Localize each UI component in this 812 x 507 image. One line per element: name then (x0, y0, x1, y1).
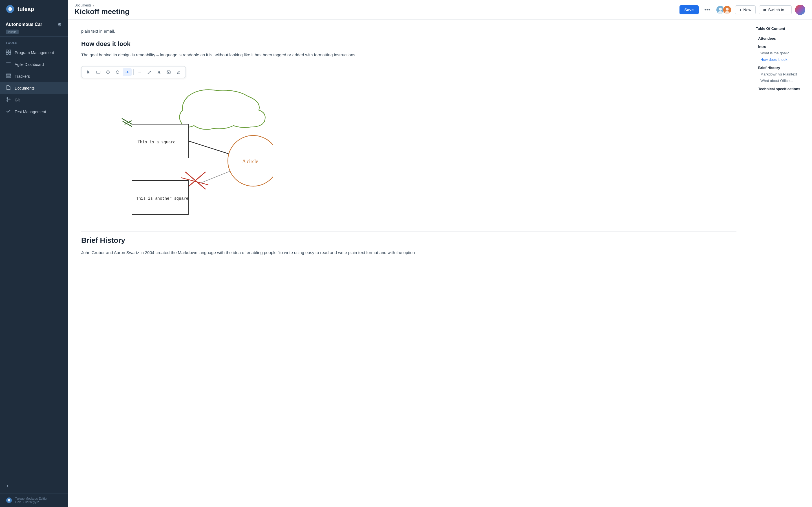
svg-text:This is another square: This is another square (136, 196, 188, 201)
logo-area: tuleap (0, 0, 68, 18)
brief-history-text: John Gruber and Aaron Swartz in 2004 cre… (81, 249, 737, 256)
toc-title: Table Of Content (756, 26, 806, 31)
drawing-canvas[interactable]: This is a square A circle This is anothe… (81, 85, 273, 220)
brief-history-heading: Brief History (81, 231, 737, 245)
svg-point-19 (726, 8, 729, 11)
project-settings-button[interactable]: ⚙ (57, 21, 62, 28)
topbar: Documents ▾ Kickoff meeting Save ••• + N… (68, 0, 812, 20)
sidebar-item-label: Git (15, 98, 20, 102)
sidebar-item-label: Program Management (15, 50, 54, 55)
new-button[interactable]: + New (735, 5, 755, 14)
sidebar-item-label: Agile Dashboard (15, 62, 44, 67)
drawing-toolbar: A (81, 66, 186, 78)
sidebar-item-git[interactable]: Git (0, 94, 68, 106)
svg-text:A circle: A circle (242, 159, 258, 164)
eraser-tool-button[interactable] (174, 68, 183, 76)
pencil-tool-button[interactable] (145, 68, 154, 76)
sidebar-item-agile-dashboard[interactable]: Agile Dashboard (0, 59, 68, 70)
test-management-icon (6, 109, 11, 115)
breadcrumb: Documents ▾ (74, 3, 675, 7)
sidebar-collapse-area: ‹ (0, 478, 68, 493)
svg-rect-10 (6, 76, 11, 77)
program-management-icon (6, 50, 11, 56)
how-does-it-look-text: The goal behind its design is readabilit… (81, 52, 737, 58)
table-of-contents: Table Of Content Attendees Intro What is… (750, 20, 812, 507)
line-tool-button[interactable] (135, 68, 144, 76)
sidebar-item-program-management[interactable]: Program Management (0, 47, 68, 59)
toc-item-attendees[interactable]: Attendees (756, 35, 806, 42)
content-area: plain text in email. How does it look Th… (68, 20, 812, 507)
document-content: plain text in email. How does it look Th… (68, 20, 750, 507)
user-avatar[interactable] (795, 5, 805, 15)
image-tool-button[interactable] (164, 68, 173, 76)
how-does-it-look-heading: How does it look (81, 40, 737, 48)
diamond-tool-button[interactable] (103, 68, 112, 76)
svg-rect-6 (6, 64, 11, 64)
toc-item-how-does-look[interactable]: How does it look (758, 56, 806, 63)
svg-text:This is a square: This is a square (138, 140, 175, 145)
tuleap-logo-text: tuleap (17, 6, 34, 12)
toc-item-what-is-goal[interactable]: What is the goal? (758, 50, 806, 56)
svg-rect-21 (97, 71, 100, 73)
footer-edition: Tuleap Mockups Edition (15, 497, 48, 500)
project-badge: Public (6, 30, 18, 34)
sidebar-item-trackers[interactable]: Trackers (0, 70, 68, 82)
svg-rect-1 (6, 50, 8, 52)
toc-sub-brief-history: Markdown vs Plaintext What about Office.… (756, 71, 806, 84)
sidebar-nav: Program Management Agile Dashboard Track… (0, 47, 68, 118)
svg-rect-3 (6, 52, 8, 54)
svg-point-16 (719, 8, 722, 11)
document-title: Kickoff meeting (74, 7, 675, 16)
new-label: New (744, 8, 751, 12)
agile-dashboard-icon (6, 61, 11, 68)
toolbar-divider (133, 69, 134, 75)
rectangle-tool-button[interactable] (94, 68, 103, 76)
collaborators-avatars (716, 5, 732, 14)
svg-text:A: A (158, 70, 161, 74)
trackers-icon (6, 73, 11, 79)
svg-point-28 (167, 71, 168, 72)
toc-sub-intro: What is the goal? How does it look (756, 50, 806, 63)
new-plus-icon: + (739, 8, 742, 12)
topbar-actions: Save ••• + New ⇄ Switch to... (679, 5, 805, 15)
sidebar-item-documents[interactable]: Documents (0, 82, 68, 94)
switch-to-button[interactable]: ⇄ Switch to... (759, 5, 792, 14)
switch-icon: ⇄ (763, 8, 767, 12)
toc-item-markdown-vs-plaintext[interactable]: Markdown vs Plaintext (758, 71, 806, 77)
svg-point-11 (7, 98, 8, 99)
toc-item-brief-history[interactable]: Brief History (756, 64, 806, 71)
toc-section-attendees: Attendees (756, 35, 806, 42)
select-tool-button[interactable] (84, 68, 93, 76)
svg-rect-9 (6, 75, 11, 76)
breadcrumb-area: Documents ▾ Kickoff meeting (74, 3, 675, 16)
tools-label: TOOLS (0, 37, 68, 47)
arrow-tool-button[interactable] (123, 68, 132, 76)
tuleap-footer-icon (6, 497, 12, 504)
breadcrumb-documents[interactable]: Documents (74, 3, 92, 7)
text-tool-button[interactable]: A (154, 68, 163, 76)
toc-item-technical-specs[interactable]: Technical specifications (756, 86, 806, 92)
breadcrumb-arrow: ▾ (93, 4, 94, 7)
svg-marker-22 (106, 70, 110, 74)
svg-point-23 (116, 71, 119, 73)
svg-rect-4 (9, 52, 11, 54)
svg-point-12 (7, 100, 8, 101)
toc-section-brief-history: Brief History Markdown vs Plaintext What… (756, 64, 806, 84)
svg-rect-7 (6, 65, 9, 65)
toc-item-intro[interactable]: Intro (756, 43, 806, 50)
collaborator-avatar-2 (723, 5, 732, 14)
sidebar-item-label: Trackers (15, 74, 30, 78)
git-icon (6, 97, 11, 103)
toc-item-what-about-office[interactable]: What about Office... (758, 77, 806, 84)
tuleap-logo-icon (6, 4, 15, 13)
svg-rect-8 (6, 74, 11, 75)
sidebar-item-label: Documents (15, 86, 35, 91)
save-button[interactable]: Save (679, 5, 699, 14)
sidebar-item-test-management[interactable]: Test Management (0, 106, 68, 118)
circle-tool-button[interactable] (113, 68, 122, 76)
documents-icon (6, 85, 11, 91)
more-options-button[interactable]: ••• (702, 5, 712, 14)
sidebar-collapse-button[interactable]: ‹ (6, 482, 10, 490)
toc-section-intro: Intro What is the goal? How does it look (756, 43, 806, 63)
svg-rect-2 (9, 50, 11, 52)
